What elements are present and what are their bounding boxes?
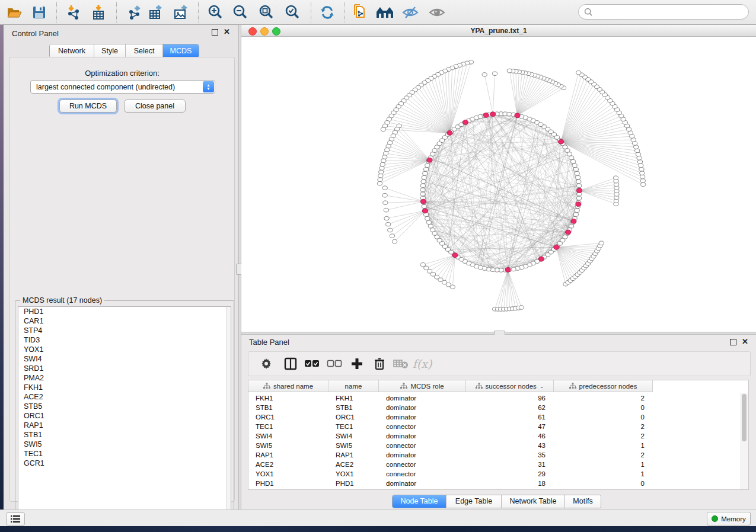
column-header-MCDS-role[interactable]: MCDS role	[379, 380, 466, 392]
delete-table-icon[interactable]	[392, 355, 410, 373]
network-node[interactable]	[450, 285, 455, 289]
network-node[interactable]	[422, 204, 426, 209]
network-node[interactable]	[385, 148, 390, 152]
network-node[interactable]	[382, 193, 387, 197]
network-node[interactable]	[380, 162, 385, 166]
tab-node-table[interactable]: Node Table	[393, 495, 446, 508]
network-node[interactable]	[383, 201, 388, 205]
network-node-selected[interactable]	[505, 268, 511, 273]
mcds-result-item[interactable]: STP4	[18, 326, 231, 335]
table-row[interactable]: PHD1PHD1dominator180	[248, 479, 748, 488]
network-node-selected[interactable]	[571, 219, 576, 224]
network-node[interactable]	[420, 188, 425, 192]
hide-selected-icon[interactable]	[401, 4, 420, 21]
network-node[interactable]	[425, 216, 430, 220]
mcds-result-list[interactable]: PHD1CAR1STP4TID3YOX1SWI4SRD1PMA2FKH1ACE2…	[18, 306, 231, 518]
network-node-selected[interactable]	[515, 113, 520, 118]
function-builder-icon[interactable]: f(x)	[413, 355, 431, 373]
tab-edge-table[interactable]: Edge Table	[446, 495, 502, 508]
network-node-selected[interactable]	[566, 230, 571, 235]
network-node[interactable]	[422, 175, 426, 180]
table-row[interactable]: ACE2ACE2connector311	[248, 460, 748, 469]
table-row[interactable]: STB1STB1dominator620	[248, 403, 748, 412]
network-node[interactable]	[420, 184, 425, 188]
node-table-scrollbar[interactable]	[741, 393, 748, 489]
network-node[interactable]	[377, 181, 382, 185]
clone-network-icon[interactable]	[350, 4, 369, 21]
network-node-selected[interactable]	[483, 113, 489, 118]
network-node[interactable]	[378, 178, 382, 182]
import-table-icon[interactable]	[89, 4, 108, 21]
mcds-result-item[interactable]: YOX1	[18, 345, 231, 354]
mcds-result-item[interactable]: FKH1	[18, 383, 231, 392]
network-window-titlebar[interactable]: YPA_prune.txt_1	[241, 25, 756, 37]
network-node[interactable]	[430, 228, 435, 232]
network-node[interactable]	[507, 69, 512, 73]
network-node-selected[interactable]	[559, 139, 564, 144]
mcds-result-item[interactable]: CAR1	[18, 316, 231, 326]
open-file-icon[interactable]	[5, 4, 24, 21]
tab-network[interactable]: Network	[50, 44, 94, 57]
mcds-result-item[interactable]: TEC1	[18, 449, 231, 459]
network-node[interactable]	[599, 241, 604, 245]
mcds-list-scrollbar[interactable]	[226, 307, 231, 518]
network-node[interactable]	[424, 168, 429, 172]
mcds-result-item[interactable]: STB1	[18, 430, 231, 440]
column-header-predecessor-nodes[interactable]: predecessor nodes	[554, 380, 653, 392]
network-node[interactable]	[382, 155, 387, 159]
network-node[interactable]	[569, 224, 574, 228]
network-node[interactable]	[426, 220, 431, 225]
network-node[interactable]	[639, 164, 643, 168]
optimization-criterion-select[interactable]: largest connected component (undirected)…	[30, 80, 215, 94]
network-node[interactable]	[432, 232, 437, 236]
table-row[interactable]: SWI4SWI4dominator462	[248, 431, 748, 441]
float-panel-icon[interactable]	[730, 339, 736, 345]
mcds-result-item[interactable]: SRD1	[18, 364, 231, 373]
network-node-selected[interactable]	[420, 199, 426, 204]
memory-button[interactable]: Memory	[707, 512, 751, 525]
export-image-icon[interactable]	[171, 4, 190, 21]
network-node[interactable]	[632, 142, 637, 146]
column-header-successor-nodes[interactable]: successor nodes⌄	[466, 380, 554, 392]
network-node-selected[interactable]	[576, 202, 581, 207]
network-node[interactable]	[379, 170, 384, 174]
network-node[interactable]	[613, 176, 618, 180]
zoom-out-icon[interactable]	[231, 4, 250, 21]
network-node[interactable]	[569, 156, 574, 160]
float-panel-icon[interactable]	[212, 29, 218, 36]
network-node-selected[interactable]	[452, 253, 458, 258]
run-mcds-button[interactable]: Run MCDS	[59, 100, 117, 113]
zoom-fit-icon[interactable]	[257, 4, 276, 21]
close-panel-icon[interactable]: ✕	[742, 338, 748, 345]
network-node[interactable]	[640, 171, 645, 175]
close-window-icon[interactable]	[248, 27, 257, 36]
tab-motifs[interactable]: Motifs	[565, 495, 601, 508]
export-table-icon[interactable]	[146, 4, 165, 21]
network-node[interactable]	[640, 175, 645, 179]
network-node[interactable]	[571, 159, 576, 164]
refresh-icon[interactable]	[318, 4, 337, 21]
network-node[interactable]	[575, 171, 579, 175]
network-node[interactable]	[572, 164, 577, 168]
network-node[interactable]	[641, 182, 646, 187]
first-neighbors-icon[interactable]	[375, 4, 394, 21]
network-node[interactable]	[382, 186, 387, 190]
search-input[interactable]	[578, 4, 749, 20]
table-row[interactable]: ORC1ORC1dominator610	[248, 412, 748, 422]
minimize-window-icon[interactable]	[260, 27, 269, 36]
network-node[interactable]	[637, 160, 642, 164]
import-network-icon[interactable]	[64, 4, 83, 21]
network-node[interactable]	[519, 306, 524, 310]
mcds-result-item[interactable]: GCR1	[18, 459, 231, 468]
network-node[interactable]	[636, 152, 640, 156]
network-node[interactable]	[576, 180, 581, 184]
delete-column-icon[interactable]	[371, 355, 388, 373]
network-node[interactable]	[576, 70, 581, 75]
table-row[interactable]: RAP1RAP1dominator352	[248, 450, 748, 460]
network-node[interactable]	[386, 222, 391, 226]
show-all-icon[interactable]	[428, 4, 446, 21]
network-node[interactable]	[576, 175, 580, 180]
network-node[interactable]	[384, 216, 389, 220]
network-node[interactable]	[383, 152, 388, 156]
network-node[interactable]	[384, 208, 388, 212]
